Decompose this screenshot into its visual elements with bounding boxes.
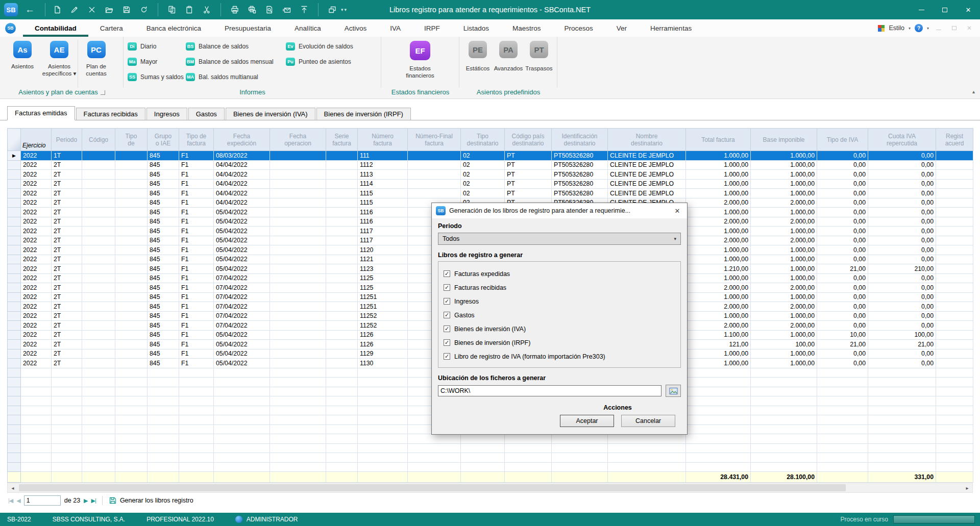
close-icon[interactable]: ✕: [957, 0, 980, 19]
send-mail-icon[interactable]: [279, 2, 295, 17]
dialog-close-icon[interactable]: ✕: [670, 204, 685, 218]
help-icon[interactable]: ?: [915, 24, 923, 32]
table-row[interactable]: 20222T845F104/04/2022111502PTPT505326280…: [8, 189, 973, 198]
tab-ingresos[interactable]: Ingresos: [146, 108, 187, 120]
table-row[interactable]: 20222T845F104/04/2022111302PTPT505326280…: [8, 170, 973, 180]
last-page-button[interactable]: ▶|: [91, 497, 96, 504]
minimize-icon[interactable]: [910, 0, 933, 19]
aceptar-button[interactable]: Aceptar: [560, 415, 614, 427]
column-header-tipo-destinatario[interactable]: Tipo destinatario: [461, 129, 505, 151]
checkbox-bienes-de-inversion-irpf[interactable]: ✓Bienes de inversión (IRPF): [444, 336, 675, 349]
ribbon-tab-irpf[interactable]: IRPF: [412, 19, 452, 37]
tab-facturas-recibidas[interactable]: Facturas recibidas: [76, 108, 145, 120]
paste-icon[interactable]: [182, 2, 197, 17]
ribbon-tab-banca-electronica[interactable]: Banca electrónica: [135, 19, 213, 37]
row-selector[interactable]: [8, 302, 21, 312]
generate-books-button[interactable]: Generar los libros registro: [109, 496, 193, 505]
menu-item-evolucion-de-saldos[interactable]: EvEvolución de saldos: [286, 42, 379, 51]
button-estados-financieros[interactable]: EFEstados financieros: [400, 41, 440, 79]
ribbon-tab-procesos[interactable]: Procesos: [553, 19, 605, 37]
table-row[interactable]: ▶20221T845F108/03/202211102PTPT505326280…: [8, 151, 973, 161]
print-setup-icon[interactable]: [244, 2, 260, 17]
cascade-caret-icon[interactable]: ▾: [341, 7, 344, 12]
save-icon[interactable]: [119, 2, 134, 17]
column-header-numero-final-factura[interactable]: Número-Final factura: [408, 129, 461, 151]
row-selector[interactable]: [8, 359, 21, 368]
scroll-left-icon[interactable]: ◂: [8, 483, 18, 492]
dialog-launcher-icon[interactable]: [101, 90, 105, 95]
row-selector[interactable]: [8, 208, 21, 217]
periodo-select[interactable]: Todos ▾: [438, 233, 681, 245]
ribbon-tab-listados[interactable]: Listados: [452, 19, 501, 37]
row-selector[interactable]: [8, 321, 21, 331]
toolbar-overflow-icon[interactable]: ▾: [345, 7, 347, 12]
page-number-input[interactable]: [24, 495, 61, 506]
column-header-periodo[interactable]: Periodo: [52, 129, 82, 151]
row-selector[interactable]: [8, 236, 21, 245]
ribbon-tab-activos[interactable]: Activos: [333, 19, 379, 37]
ribbon-tab-herramientas[interactable]: Herramientas: [639, 19, 703, 37]
row-selector[interactable]: [8, 217, 21, 227]
button-avanzados[interactable]: PAAvanzados: [493, 40, 524, 88]
window-cascade-icon[interactable]: [325, 2, 340, 17]
column-header-fecha-operacion[interactable]: Fecha operacion: [270, 129, 326, 151]
row-selector[interactable]: [8, 245, 21, 255]
export-up-icon[interactable]: [297, 2, 312, 17]
table-row[interactable]: 20222T845F104/04/2022111202PTPT505326280…: [8, 160, 973, 170]
checkbox-gastos[interactable]: ✓Gastos: [444, 308, 675, 322]
cancelar-button[interactable]: Cancelar: [621, 415, 675, 427]
ribbon-tab-analitica[interactable]: Analítica: [283, 19, 333, 37]
column-header-ejercicio[interactable]: Ejercicio: [21, 129, 52, 151]
scrollbar-thumb[interactable]: [19, 484, 846, 491]
ribbon-restore-icon[interactable]: [948, 24, 960, 32]
column-header-cuota-iva-repercutida[interactable]: Cuota IVA repercutida: [868, 129, 936, 151]
print-icon[interactable]: [227, 2, 242, 17]
ribbon-tab-cartera[interactable]: Cartera: [88, 19, 135, 37]
ubicacion-input[interactable]: [438, 385, 662, 396]
row-selector[interactable]: [8, 198, 21, 208]
ribbon-tab-ver[interactable]: Ver: [605, 19, 639, 37]
ribbon-tab-contabilidad[interactable]: Contabilidad: [23, 19, 88, 37]
edit-icon[interactable]: [67, 2, 82, 17]
checkbox-ingresos[interactable]: ✓Ingresos: [444, 294, 675, 308]
menu-item-balance-de-saldos-mensual[interactable]: BMBalance de saldos mensual: [186, 57, 286, 66]
row-selector[interactable]: [8, 170, 21, 180]
column-header-base-imponible[interactable]: Base imponible: [751, 129, 817, 151]
column-header-nombre-destinatario[interactable]: Nombre destinatario: [608, 129, 686, 151]
row-selector[interactable]: [8, 330, 21, 340]
column-header-serie-factura[interactable]: Serie factura: [326, 129, 358, 151]
menu-item-mayor[interactable]: MaMayor: [128, 57, 186, 66]
checkbox-facturas-recibidas[interactable]: ✓Facturas recibidas: [444, 281, 675, 294]
column-header-tipo-de-iva[interactable]: Tipo de IVA: [817, 129, 868, 151]
maximize-icon[interactable]: [933, 0, 957, 19]
column-header-regist-acuerd[interactable]: Regist acuerd: [936, 129, 973, 151]
row-selector[interactable]: [8, 283, 21, 293]
delete-icon[interactable]: [84, 2, 100, 17]
column-header-grupo-o-iae[interactable]: Grupo o IAE: [148, 129, 179, 151]
new-document-icon[interactable]: [50, 2, 65, 17]
button-asientos[interactable]: AsAsientos: [4, 40, 41, 88]
ribbon-tab-maestros[interactable]: Maestros: [501, 19, 553, 37]
ribbon-minimize-icon[interactable]: [933, 24, 944, 32]
menu-item-sumas-y-saldos[interactable]: SSSumas y saldos: [128, 72, 186, 81]
row-selector[interactable]: [8, 292, 21, 302]
menu-item-punteo-de-asientos[interactable]: PuPunteo de asientos: [286, 57, 379, 66]
row-selector[interactable]: [8, 227, 21, 236]
row-selector[interactable]: [8, 340, 21, 349]
estilo-dropdown[interactable]: Estilo: [889, 24, 904, 32]
browse-button[interactable]: [666, 385, 681, 397]
open-folder-icon[interactable]: [102, 2, 117, 17]
scroll-right-icon[interactable]: ▸: [962, 483, 972, 492]
row-selector[interactable]: ▶: [8, 151, 21, 161]
column-header-codigo[interactable]: Código: [82, 129, 115, 151]
menu-item-diario[interactable]: DiDiario: [128, 42, 186, 51]
help-caret-icon[interactable]: ▾: [927, 26, 929, 31]
column-header-identificacion-destinatario[interactable]: Identificación destinatario: [552, 129, 608, 151]
estilo-caret-icon[interactable]: ▾: [909, 26, 911, 31]
ribbon-collapse-icon[interactable]: ▴: [972, 89, 975, 94]
file-menu-icon[interactable]: SB: [5, 23, 16, 34]
ribbon-close-icon[interactable]: ✕: [964, 24, 975, 32]
back-icon[interactable]: ←: [25, 4, 35, 15]
horizontal-scrollbar[interactable]: ◂ ▸: [7, 483, 973, 493]
column-header-fecha-expedicion[interactable]: Fecha expedición: [214, 129, 270, 151]
